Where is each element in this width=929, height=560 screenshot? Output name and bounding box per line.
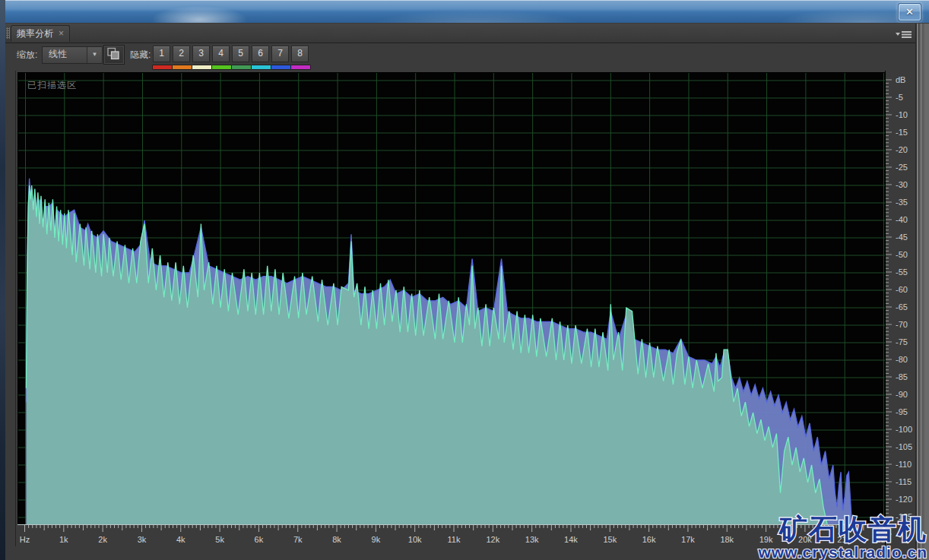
window-close-button[interactable]: ✕ bbox=[898, 3, 921, 21]
svg-text:Hz: Hz bbox=[20, 535, 30, 544]
panel-tab-bar bbox=[5, 24, 929, 43]
svg-text:-105: -105 bbox=[896, 442, 912, 451]
hide-channel-6-button[interactable]: 6 bbox=[252, 46, 269, 62]
panel-menu-icon[interactable] bbox=[896, 28, 912, 37]
channel-4: 4 bbox=[211, 46, 230, 70]
svg-text:6k: 6k bbox=[255, 535, 264, 544]
channel-1-color-swatch bbox=[152, 65, 173, 70]
svg-text:13k: 13k bbox=[525, 535, 539, 544]
svg-text:-70: -70 bbox=[896, 320, 908, 329]
hide-channel-7-button[interactable]: 7 bbox=[271, 46, 289, 62]
hide-label: 隐藏: bbox=[130, 49, 151, 62]
svg-text:15k: 15k bbox=[603, 535, 617, 544]
svg-text:-25: -25 bbox=[896, 163, 908, 172]
svg-text:1k: 1k bbox=[59, 535, 68, 544]
scale-dropdown-value: 线性 bbox=[43, 49, 67, 59]
frequency-analysis-plot-frame: 已扫描选区 dB-5-10-15-20-25-30-35-40-45-50-55… bbox=[15, 71, 916, 546]
channel-2-color-swatch bbox=[172, 65, 192, 70]
svg-text:-95: -95 bbox=[896, 407, 908, 416]
svg-text:-50: -50 bbox=[896, 250, 908, 259]
db-axis: dB-5-10-15-20-25-30-35-40-45-50-55-60-65… bbox=[885, 71, 917, 546]
watermark-title: 矿石收音机 bbox=[759, 515, 927, 543]
channel-7-color-swatch bbox=[271, 65, 291, 70]
svg-text:14k: 14k bbox=[564, 535, 578, 544]
svg-text:12k: 12k bbox=[486, 535, 499, 544]
svg-text:-100: -100 bbox=[896, 425, 912, 434]
audition-frequency-analysis-window: { "window": {"close_label": "✕"}, "tab_b… bbox=[0, 0, 929, 560]
scale-label: 缩放: bbox=[17, 49, 37, 62]
copy-icon bbox=[104, 46, 122, 62]
svg-text:-15: -15 bbox=[896, 128, 908, 137]
channel-5: 5 bbox=[231, 46, 250, 70]
svg-text:-110: -110 bbox=[896, 460, 912, 469]
channel-7: 7 bbox=[271, 46, 290, 70]
panel-drag-grip-icon[interactable] bbox=[6, 27, 10, 39]
hide-channel-2-button[interactable]: 2 bbox=[173, 46, 190, 62]
spectrum-plot-area[interactable]: 已扫描选区 bbox=[17, 72, 886, 525]
channel-8: 8 bbox=[290, 46, 309, 70]
svg-text:-75: -75 bbox=[896, 337, 908, 346]
svg-text:-115: -115 bbox=[896, 477, 912, 486]
svg-text:-20: -20 bbox=[896, 145, 908, 154]
svg-text:-90: -90 bbox=[896, 390, 908, 399]
svg-text:-60: -60 bbox=[896, 285, 908, 294]
svg-text:17k: 17k bbox=[681, 535, 695, 544]
svg-text:dB: dB bbox=[896, 75, 905, 84]
hide-channel-1-button[interactable]: 1 bbox=[153, 46, 170, 62]
channel-1: 1 bbox=[152, 46, 171, 70]
channel-5-color-swatch bbox=[231, 65, 252, 70]
channel-4-color-swatch bbox=[211, 65, 232, 70]
window-titlebar: ✕ bbox=[5, 0, 929, 24]
chevron-down-icon[interactable]: ▼ bbox=[87, 47, 102, 63]
hide-channel-8-button[interactable]: 8 bbox=[291, 46, 309, 62]
channel-3-color-swatch bbox=[192, 65, 212, 70]
svg-text:-65: -65 bbox=[896, 302, 908, 312]
svg-text:-80: -80 bbox=[896, 355, 908, 364]
channel-hide-buttons: 12345678 bbox=[152, 46, 310, 70]
svg-text:-55: -55 bbox=[896, 267, 908, 277]
window-right-edge bbox=[915, 24, 929, 560]
hide-channel-3-button[interactable]: 3 bbox=[192, 46, 210, 62]
svg-text:-120: -120 bbox=[896, 495, 912, 504]
frequency-axis: Hz1k2k3k4k5k6k7k8k9k10k11k12k13k14k15k16… bbox=[17, 524, 885, 546]
scan-status-text: 已扫描选区 bbox=[27, 79, 77, 92]
svg-text:-30: -30 bbox=[896, 180, 908, 189]
svg-text:10k: 10k bbox=[408, 535, 422, 544]
svg-text:7k: 7k bbox=[293, 535, 303, 544]
svg-text:11k: 11k bbox=[448, 535, 461, 544]
svg-text:18k: 18k bbox=[720, 535, 734, 544]
svg-text:3k: 3k bbox=[138, 535, 147, 544]
watermark-url: www.crystalradio.cn bbox=[759, 544, 927, 560]
svg-text:-10: -10 bbox=[896, 110, 908, 119]
channel-6: 6 bbox=[251, 46, 270, 70]
watermark: 矿石收音机 www.crystalradio.cn bbox=[759, 515, 927, 560]
channel-8-color-swatch bbox=[290, 65, 311, 70]
svg-text:5k: 5k bbox=[215, 535, 224, 544]
scale-dropdown[interactable]: 线性 ▼ bbox=[42, 46, 103, 64]
svg-text:4k: 4k bbox=[176, 535, 185, 544]
hide-channel-5-button[interactable]: 5 bbox=[232, 46, 249, 62]
copy-to-clipboard-button[interactable] bbox=[103, 45, 125, 65]
tab-close-icon[interactable]: × bbox=[59, 28, 64, 39]
svg-text:-45: -45 bbox=[896, 233, 908, 242]
svg-text:2k: 2k bbox=[98, 535, 107, 544]
svg-text:-85: -85 bbox=[896, 372, 908, 381]
svg-text:9k: 9k bbox=[372, 535, 381, 544]
hide-channel-4-button[interactable]: 4 bbox=[212, 46, 230, 62]
channel-3: 3 bbox=[192, 46, 211, 70]
channel-6-color-swatch bbox=[251, 65, 271, 70]
svg-text:8k: 8k bbox=[332, 535, 341, 544]
svg-text:-35: -35 bbox=[896, 198, 908, 207]
svg-text:-5: -5 bbox=[896, 93, 903, 102]
channel-2: 2 bbox=[172, 46, 191, 70]
tab-label: 频率分析 bbox=[17, 28, 53, 39]
tab-frequency-analysis[interactable]: 频率分析× bbox=[11, 25, 70, 42]
svg-text:-40: -40 bbox=[896, 215, 908, 224]
svg-text:16k: 16k bbox=[642, 535, 656, 544]
